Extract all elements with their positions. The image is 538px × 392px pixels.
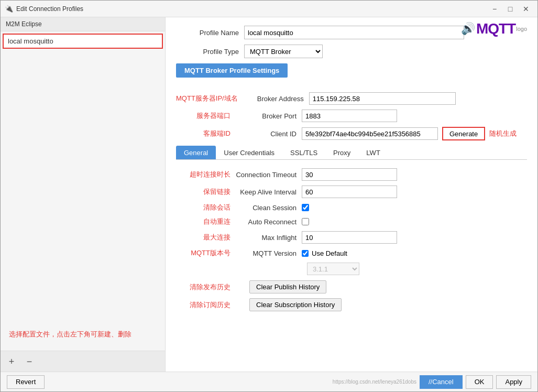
auto-reconnect-checkbox[interactable] <box>302 218 309 225</box>
clean-session-checkbox[interactable] <box>302 204 309 211</box>
clean-session-checkbox-wrapper <box>302 204 309 211</box>
conn-timeout-input[interactable] <box>302 168 397 181</box>
broker-address-input[interactable] <box>309 92 456 105</box>
clear-publish-row: 清除发布历史 Clear Publish History <box>176 280 527 293</box>
profile-header-section: 🔊 MQTT logo Profile Name Profile Type MQ… <box>176 26 527 58</box>
window-controls: − □ ✕ <box>487 3 533 15</box>
sidebar-hint: 选择配置文件，点击左下角可新建、删除 <box>1 319 165 351</box>
clean-session-label: Clean Session <box>234 204 302 212</box>
clear-publish-button[interactable]: Clear Publish History <box>249 280 326 293</box>
mqtt-version-label: MQTT Version <box>234 249 302 257</box>
cancel-button[interactable]: //Cancel <box>420 375 463 389</box>
mqtt-logo: 🔊 MQTT logo <box>461 20 527 37</box>
broker-address-label: Broker Address <box>241 95 309 103</box>
cn-client-id-label: 客服端ID <box>176 129 234 138</box>
cn-auto-reconnect-label: 自动重连 <box>176 217 234 226</box>
cn-conn-timeout-label: 超时连接时长 <box>176 170 234 179</box>
broker-port-input[interactable] <box>302 110 397 122</box>
revert-button[interactable]: Revert <box>7 375 45 389</box>
close-button[interactable]: ✕ <box>519 3 533 15</box>
keep-alive-row: 保留链接 Keep Alive Interval <box>176 186 527 198</box>
version-select[interactable]: 3.1.1 3.1 <box>307 263 359 275</box>
max-inflight-row: 最大连接 Max Inflight <box>176 231 527 244</box>
auto-reconnect-row: 自动重连 Auto Reconnect <box>176 217 527 226</box>
client-id-input[interactable] <box>302 127 438 140</box>
broker-address-row: MQTT服务器IP/域名 Broker Address <box>176 92 527 105</box>
max-inflight-input[interactable] <box>302 231 397 244</box>
main-panel: 🔊 MQTT logo Profile Name Profile Type MQ… <box>166 17 537 372</box>
broker-port-label: Broker Port <box>234 112 302 120</box>
clean-session-row: 清除会话 Clean Session <box>176 203 527 212</box>
cn-clear-publish-label: 清除发布历史 <box>176 282 234 292</box>
cn-keep-alive-label: 保留链接 <box>176 187 234 197</box>
tab-user-credentials[interactable]: User Credentials <box>216 146 282 159</box>
window-title: Edit Connection Profiles <box>16 5 487 13</box>
ok-button[interactable]: OK <box>466 375 493 389</box>
app-icon: 🔌 <box>5 5 13 13</box>
tab-lwt[interactable]: LWT <box>358 146 388 159</box>
minimize-button[interactable]: − <box>487 3 502 15</box>
use-default-label: Use Default <box>312 249 347 257</box>
profile-type-select[interactable]: MQTT Broker MQTT Publisher MQTT Subscrib… <box>244 45 323 58</box>
random-label: 随机生成 <box>489 129 517 138</box>
generate-button[interactable]: Generate <box>442 127 485 140</box>
sidebar-header: M2M Eclipse <box>1 17 165 31</box>
client-id-row: 客服端ID Client ID Generate 随机生成 <box>176 127 527 140</box>
tab-general[interactable]: General <box>176 146 216 159</box>
bottom-bar: Revert https://blog.csdn.net/leneya261do… <box>1 372 537 391</box>
cn-broker-port-label: 服务器端口 <box>176 111 234 121</box>
general-tab-content: 超时连接时长 Connection Timeout 保留链接 Keep Aliv… <box>176 168 527 311</box>
version-select-row: 3.1.1 3.1 <box>307 263 527 275</box>
conn-timeout-label: Connection Timeout <box>234 171 302 179</box>
profile-name-label: Profile Name <box>176 29 244 37</box>
maximize-button[interactable]: □ <box>503 3 518 15</box>
cn-clear-subscription-label: 清除订阅历史 <box>176 300 234 310</box>
sidebar: M2M Eclipse local mosquitto 选择配置文件，点击左下角… <box>1 17 166 372</box>
cn-mqtt-version-label: MQTT版本号 <box>176 248 234 258</box>
cn-broker-address-label: MQTT服务器IP/域名 <box>176 94 241 103</box>
sidebar-footer: + − <box>1 351 165 372</box>
connection-timeout-row: 超时连接时长 Connection Timeout <box>176 168 527 181</box>
mqtt-version-row: MQTT版本号 MQTT Version Use Default <box>176 248 527 258</box>
mqtt-broker-settings-button[interactable]: MQTT Broker Profile Settings <box>176 63 288 78</box>
title-bar: 🔌 Edit Connection Profiles − □ ✕ <box>1 1 537 17</box>
use-default-wrapper: Use Default <box>302 249 347 257</box>
client-id-label: Client ID <box>234 130 302 138</box>
tabs: General User Credentials SSL/TLS Proxy L… <box>176 146 527 160</box>
remove-profile-button[interactable]: − <box>24 356 35 367</box>
profile-type-row: Profile Type MQTT Broker MQTT Publisher … <box>176 45 527 58</box>
cn-clean-session-label: 清除会话 <box>176 203 234 212</box>
sidebar-item-local-mosquitto[interactable]: local mosquitto <box>3 34 163 49</box>
watermark: https://blog.csdn.net/leneya261dobs <box>333 379 416 385</box>
tab-ssl-tls[interactable]: SSL/TLS <box>282 146 325 159</box>
use-default-checkbox[interactable] <box>302 250 309 257</box>
keep-alive-input[interactable] <box>302 186 397 198</box>
broker-port-row: 服务器端口 Broker Port <box>176 110 527 122</box>
sidebar-list: local mosquitto <box>1 31 165 319</box>
bottom-right-buttons: https://blog.csdn.net/leneya261dobs //Ca… <box>333 375 531 389</box>
profile-name-input[interactable] <box>244 26 464 39</box>
apply-button[interactable]: Apply <box>496 375 531 389</box>
content-area: M2M Eclipse local mosquitto 选择配置文件，点击左下角… <box>1 17 537 372</box>
window: 🔌 Edit Connection Profiles − □ ✕ M2M Ecl… <box>0 0 538 392</box>
section-header: MQTT Broker Profile Settings <box>176 63 527 85</box>
add-profile-button[interactable]: + <box>6 356 17 367</box>
tab-proxy[interactable]: Proxy <box>325 146 358 159</box>
clear-subscription-button[interactable]: Clear Subscription History <box>249 298 342 311</box>
max-inflight-label: Max Inflight <box>234 234 302 242</box>
auto-reconnect-label: Auto Reconnect <box>234 218 302 226</box>
cn-max-inflight-label: 最大连接 <box>176 233 234 242</box>
clear-subscription-row: 清除订阅历史 Clear Subscription History <box>176 298 527 311</box>
keep-alive-label: Keep Alive Interval <box>234 188 302 196</box>
profile-type-label: Profile Type <box>176 48 244 56</box>
auto-reconnect-checkbox-wrapper <box>302 218 309 225</box>
